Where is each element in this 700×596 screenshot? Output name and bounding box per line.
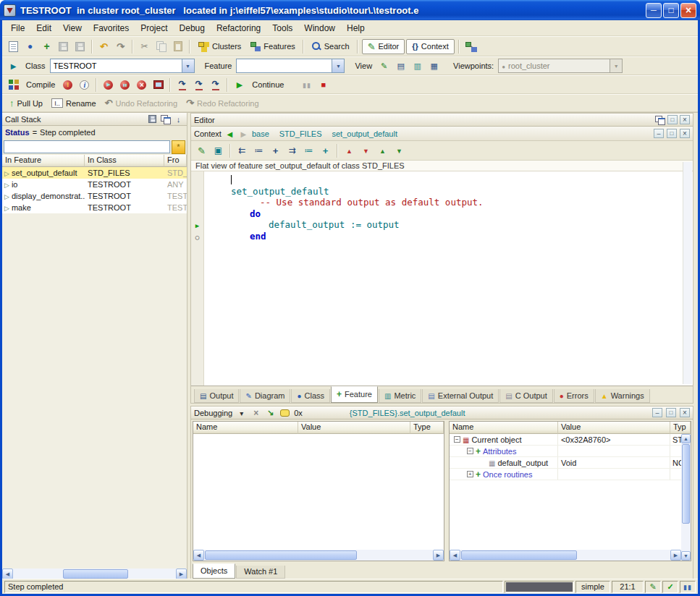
- view-contract-icon[interactable]: [426, 59, 442, 74]
- open-in-editor-icon[interactable]: [211, 143, 226, 158]
- assigners-icon[interactable]: [251, 143, 266, 158]
- tab-feature[interactable]: Feature: [331, 386, 378, 403]
- scroll-right-icon[interactable]: [433, 550, 444, 561]
- clear-objects-icon[interactable]: [250, 408, 261, 418]
- call-stack-hscrollbar[interactable]: [2, 569, 187, 579]
- column-header-in-feature[interactable]: In Feature: [2, 155, 85, 167]
- debug-interrupt-icon[interactable]: [134, 77, 149, 93]
- assignees-icon[interactable]: [301, 143, 316, 158]
- copy-icon[interactable]: [153, 39, 169, 54]
- breadcrumb-feature[interactable]: set_output_default: [332, 129, 397, 138]
- view-flat-icon[interactable]: [410, 59, 425, 74]
- menu-item[interactable]: Refactoring: [211, 22, 266, 35]
- class-combobox[interactable]: [50, 59, 195, 73]
- column-header-in-class[interactable]: In Class: [85, 155, 164, 167]
- undo-refactoring-button[interactable]: Undo Refactoring: [101, 95, 182, 111]
- stop-debug-icon[interactable]: [316, 77, 331, 93]
- view-text-icon[interactable]: [393, 59, 408, 74]
- pull-up-button[interactable]: Pull Up: [6, 95, 46, 111]
- features-button[interactable]: Features: [246, 39, 298, 54]
- project-info-icon[interactable]: i: [77, 77, 92, 93]
- step-over-icon[interactable]: [191, 77, 206, 93]
- view-editor-icon[interactable]: [376, 59, 392, 74]
- tree-expander-icon[interactable]: [467, 448, 473, 454]
- float-panel-icon[interactable]: [160, 114, 171, 124]
- rename-button[interactable]: Rename: [48, 95, 100, 111]
- breakpoint-gutter[interactable]: [191, 186, 203, 197]
- call-stack-row[interactable]: make TESTROOT TEST: [2, 202, 187, 213]
- scroll-left-icon[interactable]: [450, 550, 460, 561]
- clusters-button[interactable]: Clusters: [194, 39, 245, 54]
- class-input[interactable]: [51, 59, 182, 72]
- menu-item[interactable]: Help: [341, 22, 371, 35]
- redo-refactoring-button[interactable]: Redo Refactoring: [182, 95, 263, 111]
- undo-icon[interactable]: [96, 39, 111, 54]
- menu-item[interactable]: Debug: [174, 22, 211, 35]
- search-button[interactable]: Search: [308, 39, 353, 54]
- tree-expander-icon[interactable]: [454, 436, 460, 443]
- scroll-down-icon[interactable]: [681, 551, 691, 561]
- scroll-up-icon[interactable]: [681, 434, 691, 443]
- save-all-icon[interactable]: [72, 39, 88, 54]
- tab-diagram[interactable]: Diagram: [240, 389, 290, 403]
- save-icon[interactable]: [56, 39, 71, 54]
- object-tree-row[interactable]: Attributes: [450, 446, 691, 457]
- menu-item[interactable]: Tools: [266, 22, 298, 35]
- column-header-type[interactable]: Typ: [670, 422, 691, 434]
- column-header-value[interactable]: Value: [558, 422, 670, 434]
- column-header-type[interactable]: Type: [410, 422, 444, 434]
- suppliers-icon[interactable]: [392, 143, 407, 158]
- comment-bubble-icon[interactable]: [279, 408, 290, 418]
- breakpoint-gutter[interactable]: [191, 231, 203, 242]
- callers-icon[interactable]: [235, 143, 250, 158]
- menu-item[interactable]: File: [5, 22, 30, 35]
- redo-icon[interactable]: [113, 39, 128, 54]
- diagram-tool-icon[interactable]: [463, 39, 478, 54]
- scroll-right-icon[interactable]: [670, 550, 681, 561]
- stack-depth-input[interactable]: [4, 140, 170, 153]
- breadcrumb-class[interactable]: STD_FILES: [279, 129, 322, 138]
- debug-system-icon[interactable]: [151, 77, 166, 93]
- class-dropdown-arrow-icon[interactable]: [182, 59, 194, 72]
- minimize-button[interactable]: [646, 3, 662, 18]
- new-document-icon[interactable]: [6, 39, 21, 54]
- scroll-left-icon[interactable]: [2, 569, 13, 579]
- context-forward-icon[interactable]: [238, 129, 249, 139]
- paste-icon[interactable]: [170, 39, 185, 54]
- feature-dropdown-arrow-icon[interactable]: [332, 59, 344, 72]
- tab-c-output[interactable]: C Output: [499, 389, 552, 403]
- debugging-menu-chevron-icon[interactable]: [236, 408, 247, 418]
- maximize-debugging-icon[interactable]: [666, 408, 676, 417]
- debug-run-no-stop-icon[interactable]: [117, 77, 132, 93]
- tab-metric[interactable]: Metric: [379, 389, 421, 403]
- pause-icon[interactable]: [299, 77, 314, 93]
- clients-icon[interactable]: [375, 143, 390, 158]
- minimize-context-icon[interactable]: [654, 129, 664, 138]
- restore-layout-icon[interactable]: [265, 408, 276, 418]
- viewpoints-dropdown-arrow-icon[interactable]: [610, 59, 622, 72]
- close-debugging-icon[interactable]: [680, 408, 690, 417]
- cancel-compile-icon[interactable]: [60, 77, 75, 93]
- column-header-value[interactable]: Value: [298, 422, 410, 434]
- code-editor[interactable]: set_output_default -- Use standard outpu…: [191, 171, 693, 386]
- menu-item[interactable]: Edit: [30, 22, 57, 35]
- maximize-editor-icon[interactable]: [667, 115, 678, 124]
- add-class-icon[interactable]: [39, 39, 54, 54]
- object-tree-row[interactable]: Once routines: [450, 469, 691, 480]
- menu-item[interactable]: View: [57, 22, 88, 35]
- object-tree-row[interactable]: default_output Void NON: [450, 457, 691, 469]
- objects-table-vscrollbar[interactable]: [681, 434, 691, 561]
- menu-item[interactable]: Favorites: [88, 22, 135, 35]
- continue-button[interactable]: Continue: [248, 77, 287, 93]
- minimize-debugging-icon[interactable]: [652, 408, 662, 417]
- editor-vscrollbar[interactable]: [683, 162, 692, 384]
- maximize-button[interactable]: [663, 3, 679, 18]
- import-stack-icon[interactable]: [173, 114, 184, 124]
- breakpoint-gutter[interactable]: [191, 197, 203, 208]
- continue-icon[interactable]: [232, 77, 247, 93]
- objects-table-hscrollbar[interactable]: [450, 550, 681, 561]
- tab-watch-1[interactable]: Watch #1: [236, 566, 285, 579]
- call-stack-row[interactable]: io TESTROOT ANY: [2, 179, 187, 190]
- breadcrumb-cluster[interactable]: base: [252, 129, 269, 138]
- close-context-icon[interactable]: [680, 129, 690, 138]
